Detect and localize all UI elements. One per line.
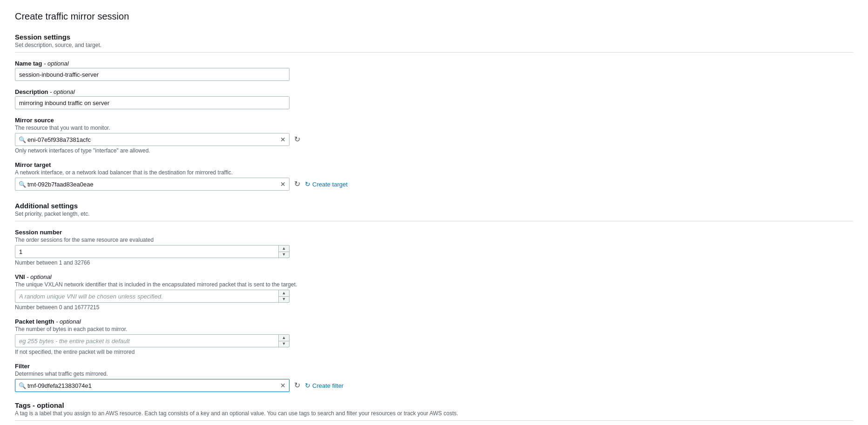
mirror-source-field: Mirror source The resource that you want… [15, 117, 853, 154]
page-title: Create traffic mirror session [15, 11, 853, 22]
description-label: Description - optional [15, 88, 853, 95]
filter-clear-button[interactable]: ✕ [280, 382, 286, 389]
tags-section: Tags - optional A tag is a label that yo… [15, 401, 853, 425]
session-number-label: Session number [15, 229, 853, 236]
tags-section-title: Tags - optional [15, 401, 853, 409]
session-settings-divider [15, 52, 853, 53]
session-number-increment[interactable]: ▲ [278, 245, 289, 252]
session-number-field: Session number The order sessions for th… [15, 229, 853, 266]
session-number-spinner: ▲ ▼ [278, 245, 289, 258]
mirror-source-label: Mirror source [15, 117, 853, 124]
name-tag-field: Name tag - optional [15, 60, 853, 81]
mirror-target-desc: A network interface, or a network load b… [15, 169, 853, 176]
tags-section-desc: A tag is a label that you assign to an A… [15, 410, 853, 417]
session-number-input-wrapper: ▲ ▼ [15, 245, 289, 258]
description-input[interactable] [15, 96, 289, 109]
session-settings-subtitle: Set description, source, and target. [15, 42, 853, 48]
mirror-source-clear-button[interactable]: ✕ [280, 136, 286, 143]
mirror-target-input-wrapper: 🔍 ✕ [15, 178, 289, 191]
mirror-source-hint: Only network interfaces of type "interfa… [15, 147, 853, 154]
mirror-source-refresh-button[interactable]: ↻ [294, 136, 300, 143]
additional-settings-divider [15, 221, 853, 221]
create-target-icon: ↻ [305, 180, 310, 188]
filter-search-icon: 🔍 [19, 382, 26, 389]
session-settings-section: Session settings Set description, source… [15, 33, 853, 191]
mirror-target-search-icon: 🔍 [19, 181, 26, 188]
vni-input-wrapper: ▲ ▼ [15, 290, 289, 303]
mirror-source-input[interactable] [15, 133, 289, 146]
vni-increment[interactable]: ▲ [278, 290, 289, 296]
additional-settings-title: Additional settings [15, 202, 853, 210]
packet-length-spinner: ▲ ▼ [278, 334, 289, 347]
session-settings-title: Session settings [15, 33, 853, 41]
description-field: Description - optional [15, 88, 853, 109]
filter-input[interactable] [15, 379, 289, 392]
vni-hint: Number between 0 and 16777215 [15, 304, 853, 311]
mirror-target-clear-button[interactable]: ✕ [280, 181, 286, 187]
filter-label: Filter [15, 363, 853, 370]
name-tag-label: Name tag - optional [15, 60, 853, 67]
vni-input[interactable] [15, 290, 289, 303]
packet-length-hint: If not specified, the entire packet will… [15, 349, 853, 355]
session-number-decrement[interactable]: ▼ [278, 252, 289, 259]
vni-decrement[interactable]: ▼ [278, 296, 289, 303]
mirror-target-field: Mirror target A network interface, or a … [15, 161, 853, 191]
vni-desc: The unique VXLAN network identifier that… [15, 281, 853, 288]
mirror-source-search-icon: 🔍 [19, 136, 26, 143]
session-number-hint: Number between 1 and 32766 [15, 259, 853, 266]
mirror-source-desc: The resource that you want to monitor. [15, 125, 853, 131]
filter-input-wrapper: 🔍 ✕ [15, 379, 289, 392]
additional-settings-section: Additional settings Set priority, packet… [15, 202, 853, 392]
packet-length-input[interactable] [15, 334, 289, 347]
vni-label: VNI - optional [15, 273, 853, 280]
session-number-input[interactable] [15, 245, 289, 258]
packet-length-decrement[interactable]: ▼ [278, 341, 289, 348]
additional-settings-subtitle: Set priority, packet length, etc. [15, 211, 853, 217]
packet-length-label: Packet length - optional [15, 318, 853, 325]
filter-field: Filter Determines what traffic gets mirr… [15, 363, 853, 392]
create-filter-icon: ↻ [305, 382, 310, 389]
filter-refresh-button[interactable]: ↻ [294, 382, 300, 389]
mirror-source-input-wrapper: 🔍 ✕ [15, 133, 289, 146]
mirror-target-input[interactable] [15, 178, 289, 191]
packet-length-input-wrapper: ▲ ▼ [15, 334, 289, 347]
tags-divider [15, 420, 853, 421]
packet-length-field: Packet length - optional The number of b… [15, 318, 853, 355]
vni-field: VNI - optional The unique VXLAN network … [15, 273, 853, 311]
vni-spinner: ▲ ▼ [278, 290, 289, 303]
mirror-target-label: Mirror target [15, 161, 853, 168]
mirror-target-refresh-button[interactable]: ↻ [294, 180, 300, 188]
packet-length-desc: The number of bytes in each packet to mi… [15, 326, 853, 332]
packet-length-increment[interactable]: ▲ [278, 334, 289, 341]
filter-desc: Determines what traffic gets mirrored. [15, 371, 853, 377]
name-tag-input[interactable] [15, 68, 289, 81]
create-target-link[interactable]: ↻ Create target [305, 180, 348, 188]
session-number-desc: The order sessions for the same resource… [15, 237, 853, 243]
create-filter-link[interactable]: ↻ Create filter [305, 382, 343, 389]
